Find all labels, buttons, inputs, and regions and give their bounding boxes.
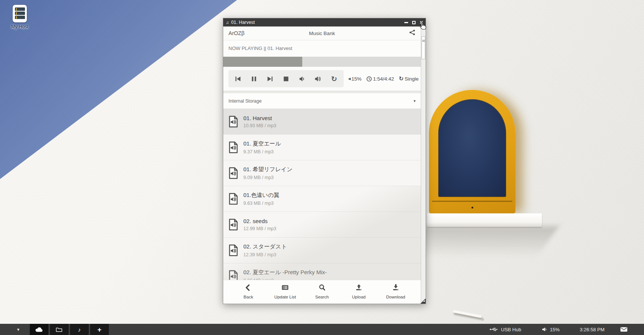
track-meta: 9.09 MB / mp3 [243,175,293,180]
taskbar-tray: USB Hub 15% 3:26:58 PM [489,327,628,332]
track-title: 01. 希望リフレイン [243,166,293,173]
volume-indicator: ◀ 15% [348,76,362,82]
previous-track-button[interactable] [230,70,246,87]
track-title: 02. スターダスト [243,243,287,250]
download-icon [392,284,400,292]
window-toolbar: Back Update List Searc [223,280,421,304]
track-row[interactable]: 02. スターダスト 12.39 MB / mp3 [223,238,421,263]
transport-controls: ↻ [228,70,344,87]
taskbar-volume-value: 15% [550,327,559,332]
section-divider [223,91,421,93]
taskbar-add-button[interactable]: + [90,324,109,335]
storage-dropdown[interactable]: Internal Storage ▼ [223,93,421,109]
window-content: ArOZβ Music Bank NOW PLAYING || 01. Harv… [223,26,421,304]
taskbar-cloud-button[interactable] [30,324,48,335]
volume-muted-icon: ◀ [348,77,351,81]
loop-mode[interactable]: ↻ Single [399,75,419,82]
track-title: 01.色違いの翼 [243,192,280,199]
wallpaper-arch-window [429,90,515,213]
track-row[interactable]: 02. 夏空エール -Pretty Perky Mix- 9.06 MB / m… [223,263,421,280]
server-icon [13,5,27,22]
taskbar-files-button[interactable] [50,324,69,335]
volume-up-button[interactable] [310,70,326,87]
clock-icon [366,76,372,82]
cloud-icon [35,326,44,333]
wallpaper-pebble [482,318,483,320]
back-button[interactable]: Back [235,284,261,299]
track-row[interactable]: 01.色違いの翼 9.63 MB / mp3 [223,186,421,212]
track-row[interactable]: 01. 夏空エール 9.37 MB / mp3 [223,135,421,160]
audio-file-icon [228,270,239,280]
track-meta: 9.06 MB / mp3 [243,278,327,280]
track-row[interactable]: 01. 希望リフレイン 9.09 MB / mp3 [223,160,421,186]
app-header: ArOZβ Music Bank [223,26,421,40]
scrollbar-thumb[interactable] [422,36,425,59]
loop-icon: ↻ [399,75,404,82]
messages-button[interactable] [620,327,628,332]
audio-file-icon [228,167,239,179]
music-player-window: ♫ 01. Harvest × ArOZβ Music Bank [223,18,426,304]
arch-window-frame-line [432,201,512,202]
storage-dropdown-value: Internal Storage [228,98,262,104]
usb-hub-label: USB Hub [501,327,521,332]
usb-icon [489,327,498,332]
chevron-down-icon: ▼ [413,99,416,103]
track-list: 01. Harvest 10.93 MB / mp3 01. 夏空エール 9.3… [223,109,421,280]
taskbar-music-button[interactable]: ♪ [70,324,89,335]
taskbar: ▼ ♪ + [0,324,644,335]
progress-bar[interactable] [223,57,421,67]
app-title: Music Bank [223,31,421,36]
loop-mode-label: Single [405,76,419,82]
volume-down-button[interactable] [294,70,310,87]
taskbar-chevron-down-icon[interactable]: ▼ [16,328,20,332]
track-meta: 9.63 MB / mp3 [243,201,280,206]
list-icon [281,284,289,292]
track-meta: 12.39 MB / mp3 [243,252,287,257]
usb-hub-indicator[interactable]: USB Hub [489,327,521,332]
desktop-icon-my-host[interactable]: My Host [7,5,32,29]
arch-window-knob [471,207,473,209]
speaker-icon [542,327,547,332]
stop-button[interactable] [278,70,294,87]
music-note-icon: ♫ [226,20,229,25]
minimize-button[interactable] [404,22,408,23]
upload-icon [355,284,363,292]
next-track-button[interactable] [262,70,278,87]
window-titlebar[interactable]: ♫ 01. Harvest × [223,18,426,26]
envelope-icon [620,327,628,332]
time-value: 1:54/4:42 [373,76,394,82]
track-title: 02. 夏空エール -Pretty Perky Mix- [243,269,327,276]
window-sill [427,213,542,227]
download-button[interactable]: Download [383,284,409,299]
track-title: 01. 夏空エール [243,140,281,147]
player-controls: ↻ ◀ 15% 1:54/4:42 ↻ [223,67,421,91]
wallpaper-pipe [453,310,482,318]
repeat-button[interactable]: ↻ [326,70,342,87]
search-button[interactable]: Search [309,284,335,299]
chevron-left-icon [244,284,252,292]
player-status: ◀ 15% 1:54/4:42 ↻ Single [348,75,423,82]
track-title: 02. seeds [243,218,276,224]
taskbar-clock: 3:26:58 PM [580,327,605,332]
window-scrollbar[interactable] [421,26,426,304]
track-row[interactable]: 02. seeds 12.99 MB / mp3 [223,212,421,238]
track-row[interactable]: 01. Harvest 10.93 MB / mp3 [223,109,421,135]
plus-icon: + [97,326,101,333]
search-icon [318,284,326,292]
track-meta: 9.37 MB / mp3 [243,149,281,154]
now-playing-label: NOW PLAYING || 01. Harvest [223,40,421,57]
update-list-button[interactable]: Update List [272,284,298,299]
arch-window-glass [438,99,506,197]
progress-fill [223,57,302,67]
upload-button[interactable]: Upload [346,284,372,299]
audio-file-icon [228,116,239,128]
window-title: 01. Harvest [231,20,255,25]
share-icon[interactable] [409,29,416,37]
folder-icon [56,327,63,332]
pause-button[interactable] [246,70,262,87]
volume-indicator[interactable]: 15% [542,327,559,332]
resize-handle[interactable] [420,298,426,304]
close-button[interactable]: × [420,20,423,25]
maximize-button[interactable] [412,21,416,24]
audio-file-icon [228,141,239,153]
